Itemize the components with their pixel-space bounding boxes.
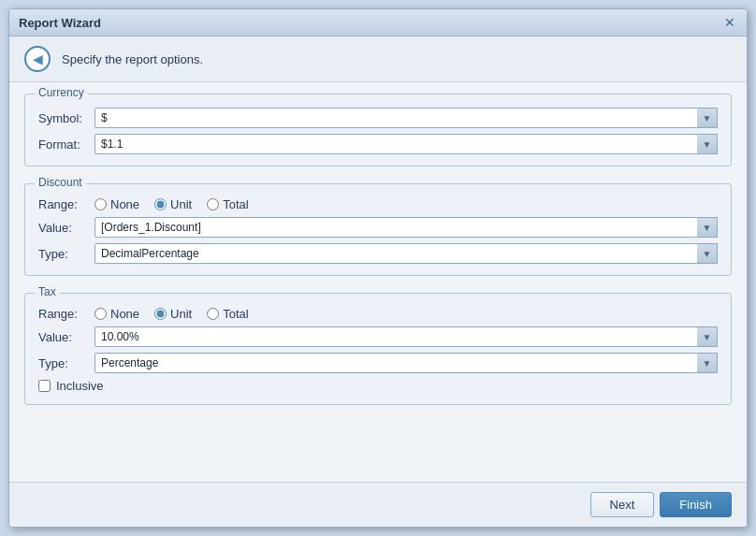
report-wizard-dialog: Report Wizard ✕ ◀ Specify the report opt…: [8, 8, 748, 528]
discount-value-label: Value:: [38, 221, 94, 235]
discount-range-label: Range:: [38, 197, 94, 211]
tax-total-radio[interactable]: [207, 308, 219, 320]
inclusive-checkbox[interactable]: [38, 380, 51, 392]
format-label: Format:: [38, 138, 94, 152]
tax-unit-option[interactable]: Unit: [154, 307, 192, 321]
discount-unit-radio[interactable]: [154, 198, 167, 210]
discount-type-select[interactable]: DecimalPercentage: [94, 243, 718, 264]
tax-type-label: Type:: [38, 356, 94, 370]
currency-section: Currency Symbol: $ ▼ Format: $1.1 ▼: [24, 94, 732, 167]
currency-format-row: Format: $1.1 ▼: [38, 134, 718, 154]
format-select[interactable]: $1.1: [94, 134, 718, 154]
dialog-title: Report Wizard: [19, 16, 101, 30]
content-area: Currency Symbol: $ ▼ Format: $1.1 ▼: [9, 82, 747, 482]
tax-range-row: Range: None Unit Total: [38, 307, 718, 321]
tax-type-row: Type: Percentage ▼: [38, 353, 718, 373]
discount-value-row: Value: [Orders_1.Discount] ▼: [38, 217, 718, 238]
tax-none-radio[interactable]: [94, 308, 107, 320]
close-button[interactable]: ✕: [722, 15, 737, 30]
inclusive-label[interactable]: Inclusive: [56, 379, 104, 393]
footer: Next Finish: [9, 482, 747, 527]
tax-total-option[interactable]: Total: [207, 307, 248, 321]
discount-none-radio[interactable]: [94, 198, 107, 210]
symbol-select-wrapper: $ ▼: [94, 108, 718, 128]
tax-none-option[interactable]: None: [94, 307, 139, 321]
header-bar: ◀ Specify the report options.: [9, 36, 747, 82]
discount-total-label: Total: [223, 197, 248, 211]
tax-section-title: Tax: [35, 285, 60, 298]
discount-value-wrapper: [Orders_1.Discount] ▼: [94, 217, 718, 238]
discount-type-row: Type: DecimalPercentage ▼: [38, 243, 718, 264]
tax-section: Tax Range: None Unit Total: [24, 293, 732, 405]
format-select-wrapper: $1.1 ▼: [94, 134, 718, 154]
title-bar: Report Wizard ✕: [9, 9, 747, 36]
currency-symbol-row: Symbol: $ ▼: [38, 108, 718, 128]
discount-type-wrapper: DecimalPercentage ▼: [94, 243, 718, 264]
tax-value-select[interactable]: 10.00%: [94, 326, 718, 347]
discount-total-option[interactable]: Total: [207, 197, 248, 211]
tax-range-group: None Unit Total: [94, 307, 718, 321]
discount-unit-option[interactable]: Unit: [154, 197, 192, 211]
discount-section-title: Discount: [35, 176, 86, 189]
tax-total-label: Total: [223, 307, 248, 321]
discount-none-option[interactable]: None: [94, 197, 139, 211]
finish-button[interactable]: Finish: [660, 492, 732, 517]
symbol-label: Symbol:: [38, 111, 94, 125]
tax-type-select[interactable]: Percentage: [94, 353, 718, 373]
tax-none-label: None: [110, 307, 139, 321]
discount-range-row: Range: None Unit Total: [38, 197, 718, 211]
inclusive-row: Inclusive: [38, 379, 718, 393]
tax-range-label: Range:: [38, 307, 94, 321]
back-icon: ◀: [33, 51, 43, 66]
tax-value-label: Value:: [38, 330, 94, 344]
discount-total-radio[interactable]: [207, 198, 219, 210]
tax-unit-radio[interactable]: [154, 308, 167, 320]
tax-unit-label: Unit: [170, 307, 192, 321]
tax-value-row: Value: 10.00% ▼: [38, 326, 718, 347]
discount-none-label: None: [110, 197, 139, 211]
discount-range-group: None Unit Total: [94, 197, 718, 211]
symbol-select[interactable]: $: [94, 108, 718, 128]
tax-value-wrapper: 10.00% ▼: [94, 326, 718, 347]
currency-section-title: Currency: [35, 86, 88, 99]
discount-type-label: Type:: [38, 247, 94, 261]
discount-value-select[interactable]: [Orders_1.Discount]: [94, 217, 718, 238]
discount-unit-label: Unit: [170, 197, 192, 211]
header-subtitle: Specify the report options.: [62, 52, 203, 66]
back-button[interactable]: ◀: [24, 46, 51, 72]
discount-section: Discount Range: None Unit Total: [24, 183, 732, 276]
tax-type-wrapper: Percentage ▼: [94, 353, 718, 373]
next-button[interactable]: Next: [590, 492, 655, 517]
